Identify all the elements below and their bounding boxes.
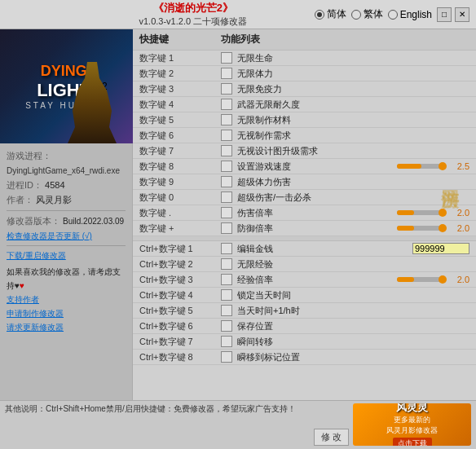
slider-8[interactable]: 2.5	[397, 161, 469, 171]
lang-fanti[interactable]: 繁体	[351, 7, 383, 21]
lang-label-jianti: 简体	[327, 7, 346, 21]
hotkey-header: 快捷键 功能列表	[133, 29, 476, 51]
ad-line2: 风灵月影修改器	[386, 425, 438, 436]
hotkey-row-5: 数字键 5 无限制作材料	[133, 112, 476, 128]
ctrl-checkbox-4[interactable]	[221, 289, 232, 301]
author-label: 作者：	[7, 195, 33, 205]
ad-logo: 风灵灵	[396, 403, 428, 415]
hotkey-row-11: 数字键 . 伤害倍率 2.0	[133, 205, 476, 221]
lang-radio-english[interactable]	[388, 10, 398, 20]
slider-fill-8	[397, 164, 421, 169]
info-panel: 游戏进程： DyingLightGame_x64_rwdi.exe 进程ID： …	[0, 143, 132, 400]
key-4: 数字键 4	[139, 99, 221, 111]
ctrl-slider-3[interactable]: 2.0	[397, 275, 469, 284]
ctrl-key-4: Ctrl+数字键 4	[139, 289, 221, 302]
func-7: 无视设计图升级需求	[237, 145, 469, 157]
close-button[interactable]: ✕	[455, 7, 469, 22]
checkbox-5[interactable]	[221, 114, 232, 125]
hotkey-list-ctrl: Ctrl+数字键 1 编辑金钱 Ctrl+数字键 2 无限经验 Ctrl+数字键…	[133, 241, 476, 365]
minimize-button[interactable]: □	[437, 7, 452, 22]
lang-label-english: English	[400, 9, 432, 20]
slider-value-11: 2.0	[449, 208, 469, 218]
ctrl-func-4: 锁定当天时间	[237, 289, 469, 302]
app-title-sub: v1.0.3-v1.2.0 二十项修改器	[139, 15, 247, 28]
lang-radio-fanti[interactable]	[351, 10, 361, 20]
author-row: 作者： 风灵月影	[7, 192, 126, 208]
checkbox-6[interactable]	[221, 130, 232, 141]
money-input[interactable]	[412, 243, 469, 254]
key-7: 数字键 7	[139, 145, 221, 157]
checkbox-8[interactable]	[221, 161, 232, 172]
hotkey-row-12: 数字键 + 防御倍率 2.0	[133, 221, 476, 236]
window-controls: □ ✕	[437, 7, 469, 22]
ctrl-slider-track-3[interactable]	[397, 277, 446, 282]
support-text: 如果喜欢我的修改器，请考虑支持♥♥	[7, 265, 126, 293]
checkbox-12[interactable]	[221, 222, 232, 234]
pid-label: 进程ID：	[7, 180, 42, 190]
divider-2	[7, 245, 126, 246]
apply-link[interactable]: 申请制作修改器	[7, 306, 126, 320]
support-link[interactable]: 支持作者	[7, 293, 126, 306]
slider-track-12[interactable]	[397, 226, 446, 231]
ctrl-key-5: Ctrl+数字键 5	[139, 305, 221, 317]
ctrl-checkbox-3[interactable]	[221, 274, 232, 285]
ctrl-checkbox-1[interactable]	[221, 243, 232, 254]
checkbox-9[interactable]	[221, 176, 232, 187]
check-update-link[interactable]: 检查修改器是否更新 (√)	[7, 229, 126, 243]
left-panel: DYING LIGHT STAY HUMAN 2 游戏进程： DyingLigh…	[0, 29, 133, 400]
key-1: 数字键 1	[139, 52, 221, 64]
ctrl-hotkey-row-1: Ctrl+数字键 1 编辑金钱	[133, 241, 476, 257]
checkbox-7[interactable]	[221, 145, 232, 156]
hotkey-list-regular: 数字键 1 无限生命 数字键 2 无限体力 数字键 3 无限免疫力 数字键 4 …	[133, 51, 476, 236]
ctrl-hotkey-row-7: Ctrl+数字键 7 瞬间转移	[133, 334, 476, 350]
ctrl-hotkey-row-8: Ctrl+数字键 8 瞬移到标记位置	[133, 350, 476, 365]
checkbox-11[interactable]	[221, 207, 232, 218]
checkbox-4[interactable]	[221, 99, 232, 110]
slider-value-12: 2.0	[449, 223, 469, 233]
header-key: 快捷键	[139, 33, 221, 46]
slider-thumb-8	[439, 162, 447, 170]
ctrl-checkbox-6[interactable]	[221, 320, 232, 332]
ctrl-hotkey-row-3: Ctrl+数字键 3 经验倍率 2.0	[133, 272, 476, 288]
slider-thumb-12	[439, 224, 447, 232]
checkbox-2[interactable]	[221, 68, 232, 79]
slider-value-8: 2.5	[449, 161, 469, 171]
slider-11[interactable]: 2.0	[397, 208, 469, 218]
more-link[interactable]: 请求更新修改器	[7, 320, 126, 334]
checkbox-3[interactable]	[221, 83, 232, 95]
divider-1	[7, 210, 126, 211]
func-1: 无限生命	[237, 52, 469, 64]
ad-download-button[interactable]: 点击下载	[393, 438, 432, 447]
ad-line1: 更多最新的	[394, 415, 430, 425]
key-12: 数字键 +	[139, 222, 221, 235]
ad-banner[interactable]: 风灵灵 更多最新的 风灵月影修改器 点击下载	[353, 403, 471, 446]
download-link[interactable]: 下载/重启修改器	[7, 249, 126, 262]
header-func: 功能列表	[221, 33, 469, 46]
lang-english[interactable]: English	[388, 9, 432, 20]
lang-radio-jianti[interactable]	[315, 10, 324, 20]
key-11: 数字键 .	[139, 207, 221, 219]
slider-12[interactable]: 2.0	[397, 223, 469, 233]
ctrl-checkbox-2[interactable]	[221, 258, 232, 270]
slider-track-11[interactable]	[397, 210, 446, 215]
ctrl-checkbox-5[interactable]	[221, 305, 232, 316]
hotkey-row-3: 数字键 3 无限免疫力	[133, 81, 476, 97]
func-8: 设置游戏速度	[237, 161, 397, 173]
modify-button[interactable]: 修 改	[314, 429, 349, 446]
ctrl-func-6: 保存位置	[237, 320, 469, 332]
slider-track-8[interactable]	[397, 164, 446, 169]
ctrl-key-6: Ctrl+数字键 6	[139, 320, 221, 332]
key-6: 数字键 6	[139, 130, 221, 142]
checkbox-10[interactable]	[221, 191, 232, 203]
ctrl-key-3: Ctrl+数字键 3	[139, 274, 221, 286]
checkbox-1[interactable]	[221, 52, 232, 64]
hotkey-row-6: 数字键 6 无视制作需求	[133, 128, 476, 143]
ctrl-checkbox-8[interactable]	[221, 351, 232, 363]
hotkey-row-9: 数字键 9 超级体力伤害	[133, 174, 476, 190]
hotkey-row-4: 数字键 4 武器无限耐久度	[133, 97, 476, 112]
lang-jianit[interactable]: 简体	[315, 7, 346, 21]
main-content: DYING LIGHT STAY HUMAN 2 游戏进程： DyingLigh…	[0, 29, 476, 400]
ctrl-checkbox-7[interactable]	[221, 336, 232, 347]
func-3: 无限免疫力	[237, 83, 469, 95]
game-name-label: 游戏进程：	[7, 151, 51, 161]
